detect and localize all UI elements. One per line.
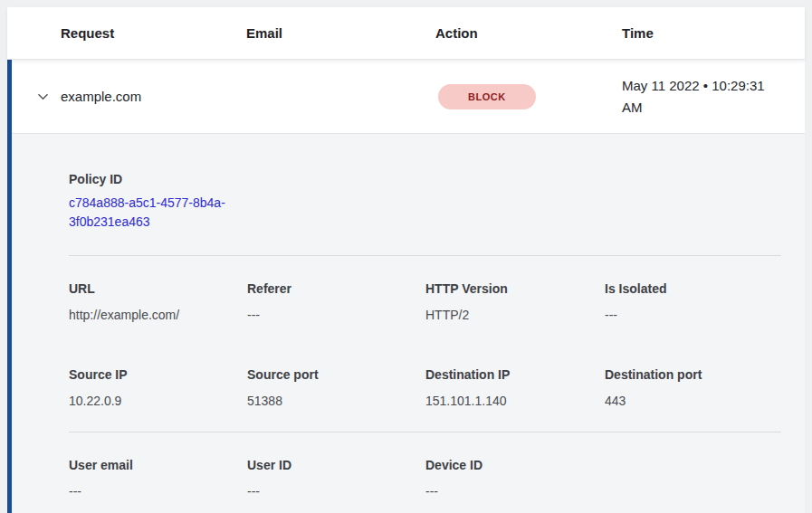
field-value: 10.22.0.9 <box>69 394 234 408</box>
field-source-port: Source port 51388 <box>247 367 425 408</box>
field-value: http://example.com/ <box>69 308 234 322</box>
section-divider <box>69 432 781 432</box>
field-label: Device ID <box>425 458 592 472</box>
field-label: Source IP <box>69 367 234 382</box>
field-destination-port: Destination port 443 <box>605 367 781 408</box>
field-value: --- <box>425 484 592 499</box>
field-device-id: Device ID --- <box>425 458 605 499</box>
empty-field <box>605 458 781 499</box>
expanded-row-group: example.com BLOCK May 11 2022 • 10:29:31… <box>7 60 805 513</box>
field-value: --- <box>247 484 413 499</box>
time-cell: May 11 2022 • 10:29:31 AM <box>622 75 778 119</box>
field-value: HTTP/2 <box>425 308 592 322</box>
field-source-ip: Source IP 10.22.0.9 <box>69 367 247 408</box>
field-label: HTTP Version <box>425 281 592 296</box>
chevron-down-icon[interactable] <box>35 89 51 104</box>
field-url: URL http://example.com/ <box>69 281 247 322</box>
field-http-version: HTTP Version HTTP/2 <box>425 281 605 322</box>
action-cell: BLOCK <box>435 84 622 109</box>
field-label: Destination IP <box>425 367 592 382</box>
section-divider <box>69 255 781 256</box>
field-value: --- <box>247 308 413 322</box>
detail-section-network: Source IP 10.22.0.9 Source port 51388 De… <box>69 367 781 408</box>
field-label: User ID <box>247 458 413 472</box>
field-is-isolated: Is Isolated --- <box>605 281 781 322</box>
field-label: Referer <box>247 281 413 296</box>
table-row[interactable]: example.com BLOCK May 11 2022 • 10:29:31… <box>12 60 805 134</box>
field-destination-ip: Destination IP 151.101.1.140 <box>425 367 605 408</box>
field-user-id: User ID --- <box>247 458 425 499</box>
column-header-request: Request <box>61 25 246 41</box>
field-label: Is Isolated <box>605 281 769 296</box>
field-value: 51388 <box>247 394 413 408</box>
field-value: --- <box>605 308 769 322</box>
field-value: 151.101.1.140 <box>425 394 592 408</box>
field-policy-id: Policy ID c784a888-a5c1-4577-8b4a-3f0b23… <box>69 172 781 232</box>
field-label: Policy ID <box>69 172 781 186</box>
field-label: Source port <box>247 367 413 382</box>
column-header-time: Time <box>622 25 805 41</box>
policy-id-link[interactable]: c784a888-a5c1-4577-8b4a-3f0b231ea463 <box>69 194 250 232</box>
table-header: Request Email Action Time <box>7 7 805 60</box>
field-label: URL <box>69 281 234 296</box>
field-referer: Referer --- <box>247 281 425 322</box>
block-status-badge: BLOCK <box>438 84 536 109</box>
detail-section-user: User email --- User ID --- Device ID --- <box>69 458 781 499</box>
field-label: User email <box>69 458 234 472</box>
column-header-email: Email <box>246 25 435 41</box>
field-user-email: User email --- <box>69 458 247 499</box>
field-label: Destination port <box>605 367 769 382</box>
request-log-table: Request Email Action Time example.com BL… <box>7 7 805 513</box>
request-detail-panel: Policy ID c784a888-a5c1-4577-8b4a-3f0b23… <box>12 134 805 513</box>
request-cell: example.com <box>61 89 246 104</box>
field-value: 443 <box>605 394 769 408</box>
column-header-action: Action <box>435 25 622 41</box>
field-value: --- <box>69 484 234 499</box>
detail-section-request: URL http://example.com/ Referer --- HTTP… <box>69 281 781 322</box>
